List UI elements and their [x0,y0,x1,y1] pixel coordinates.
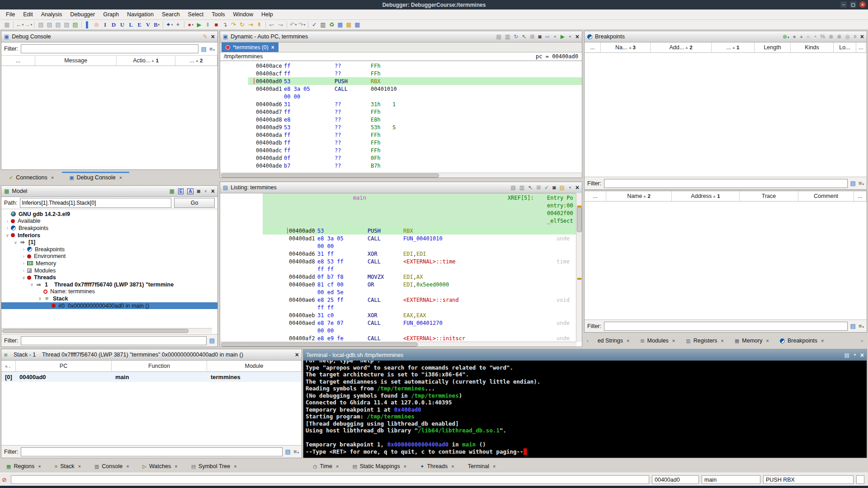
toolbar-kill-icon[interactable]: ■ [212,21,221,29]
left-tab-connections[interactable]: ✔Connections× [7,173,56,182]
debug-console-body[interactable] [1,66,217,167]
bottom-tab-static-mappings[interactable]: ▤Static Mappings× [350,462,408,471]
debug-console-header[interactable]: ▣ Debug Console ✎ × [1,31,217,42]
disassembly-row[interactable]: 00400ad7ff??FFh [220,108,582,116]
toolbar-step-out-icon[interactable]: ↻ [238,21,246,29]
toolbar-table-2-icon[interactable]: ▦ [344,21,353,29]
panel-menu-icon[interactable]: ▼ [853,353,857,357]
go-button[interactable]: Go [174,198,215,208]
elements-icon[interactable]: E [178,188,184,194]
toolbar-select-e-icon[interactable]: E [135,21,144,29]
breakpoints-column-7[interactable]: ... [856,42,866,52]
clear-filter-icon[interactable]: ▤ [285,448,291,455]
disassembly-row[interactable]: 00400ad8e8??E8h [220,116,582,123]
toolbar-skip-over-icon[interactable]: ↜ [268,21,276,29]
add-breakpoint-icon[interactable]: ⊕▾ [783,33,789,40]
stack-column-function[interactable]: Function [112,361,207,371]
enable-icon[interactable]: ◕ [800,33,803,40]
cursor-icon[interactable]: ↖ [528,184,533,191]
breakpoints-column-lo[interactable]: Lo... [834,42,856,52]
terminal-header[interactable]: Terminal - local-gdb.sh /tmp/termmines ▤… [303,349,867,361]
menu-search[interactable]: Search [158,10,184,19]
copy-icon[interactable]: ▤ [844,352,849,358]
listing-row[interactable]: 00 00 [220,242,582,250]
panel-menu-icon[interactable]: ▼ [204,189,208,193]
enable-all-icon[interactable]: ● [793,33,796,40]
table-icon[interactable]: ⊞ [536,184,541,191]
disassembly-row[interactable]: 00400ad631??31h1 [220,100,582,108]
menu-select[interactable]: Select [184,10,208,19]
toolbar-resume-icon[interactable]: ▶ [195,21,203,29]
model-tree-item-modules[interactable]: ›Modules [1,267,217,274]
toolbar-cursor-icon[interactable]: ▌ [84,21,92,29]
menu-tools[interactable]: Tools [208,10,229,19]
close-icon[interactable]: × [211,188,215,195]
toolbar-step-ext-icon[interactable]: ⇞ [255,21,264,29]
close-icon[interactable]: × [860,33,864,40]
toolbar-step-over-icon[interactable]: ↷ [229,21,238,29]
listing-hscrollbar[interactable] [220,342,576,347]
bottom-tab-stack[interactable]: ≡Stack× [53,462,83,471]
toggle-icon[interactable]: % [821,33,826,40]
toolbar-debug-target-icon[interactable]: ✦▾ [165,21,174,29]
toolbar-interrupt-icon[interactable]: ‖ [203,21,212,29]
listing-row[interactable]: 00 00 [220,327,582,334]
search-icon[interactable]: ◎ [845,33,849,40]
listing-row[interactable]: 00400ad1e8 3a 05CALLFUN_00401010unde [220,235,582,242]
disassembly-row[interactable]: 00400adcff??FFh [220,146,582,154]
model-tree-item-0-0x0000000000400ad0-in-main[interactable]: ›#0 0x0000000000400ad0 in main () [1,302,217,310]
bottom-tab-watches[interactable]: ▷Watches× [141,462,179,471]
toolbar-record-icon[interactable]: ●▾ [186,21,195,29]
breakpoints-column-3[interactable]: ...1 [712,42,755,52]
table-icon[interactable]: ⊞ [530,33,534,40]
right-table-column-address[interactable]: Address1 [672,191,740,201]
go-arrow-icon[interactable]: ▶ [561,33,565,40]
model-tree-item-1[interactable]: ∨⇒1Thread 0x7ffff7f56740 (LWP 3871) "ter… [1,281,217,288]
clear-all-icon[interactable]: ⊗ [837,33,841,40]
model-tree-item-name-termmines[interactable]: Name: termmines [1,288,217,296]
listing-row[interactable]: 00400aede8 7e 07CALLFUN_00401270unde [220,319,582,327]
close-icon[interactable]: × [295,351,299,358]
toolbar-copy-3-icon[interactable]: ▤ [54,21,62,29]
copy-icon[interactable]: ▤ [510,184,515,191]
listing-row[interactable]: 00 ed 5e [220,288,582,296]
filter-options-icon[interactable]: ≡▾ [859,323,864,329]
bottom-tab-regions[interactable]: ▦Regions× [5,462,43,471]
tab-list-icon[interactable]: ⌄ [860,337,864,343]
trace-tab-termmines[interactable]: *termmines (0) × [222,42,278,52]
model-filter-input[interactable] [21,336,206,345]
toolbar-copy-4-icon[interactable]: ▤ [62,21,71,29]
model-tree-item-threads[interactable]: ∨Threads [1,274,217,281]
disassembly-row[interactable]: 00400adbff??FFh [220,139,582,146]
model-tree-item-stack[interactable]: ∨≡Stack [1,295,217,302]
close-icon[interactable]: × [860,352,864,359]
toolbar-clear-highlight-icon[interactable]: ⊘ [92,21,101,29]
bottom-tab-threads[interactable]: ✦Threads× [418,462,456,471]
listing-row[interactable]: 00400aeb31 c0XOREAX,EAX [220,311,582,319]
toolbar-binary-view-icon[interactable]: ▥ [319,21,327,29]
breakpoints-body[interactable] [585,53,867,176]
stack-frame-row[interactable]: [0]00400ad0maintermmines [1,372,302,382]
dynamic-hscrollbar[interactable] [220,173,582,178]
disassembly-row[interactable]: 00400adaff??FFh [220,131,582,139]
stack-header[interactable]: ≡ Stack - 1 Thread 0x7ffff7f56740 (LWP 3… [1,349,302,361]
toolbar-skip-out-icon[interactable]: ↝ [276,21,285,29]
debug-console-column-0[interactable]: ... [1,56,35,66]
disassembly-row[interactable]: 00400adeb7??B7h [220,162,582,169]
dropdown-icon[interactable]: ▼ [568,35,572,39]
dynamic-header[interactable]: ▣ Dynamic - Auto PC, termmines ▤ ▥ ↻ ↖ ⊞… [220,31,582,42]
toolbar-table-1-icon[interactable]: ▦ [336,21,344,29]
bottom-tab-time[interactable]: ◷Time× [311,462,340,471]
bottom-tab-symbol-tree[interactable]: ▤Symbol Tree× [189,462,239,471]
menu-navigation[interactable]: Navigation [123,10,158,19]
breakpoints-column-kinds[interactable]: Kinds [791,42,834,52]
toolbar-save-icon[interactable]: ▦ [3,21,11,29]
paste-icon[interactable]: ▥ [505,33,510,40]
clear-filter-icon[interactable]: ▤ [209,337,215,344]
disassembly-row[interactable]: 00400ad953??53hS [220,123,582,131]
clear-filter-icon[interactable]: ▤ [201,46,207,52]
right-table-column-5[interactable]: ... [854,191,867,201]
bottom-tab-console[interactable]: ▥Console× [93,462,131,471]
menu-file[interactable]: File [2,10,19,19]
disassembly-row[interactable]: 00 00 [220,93,582,100]
